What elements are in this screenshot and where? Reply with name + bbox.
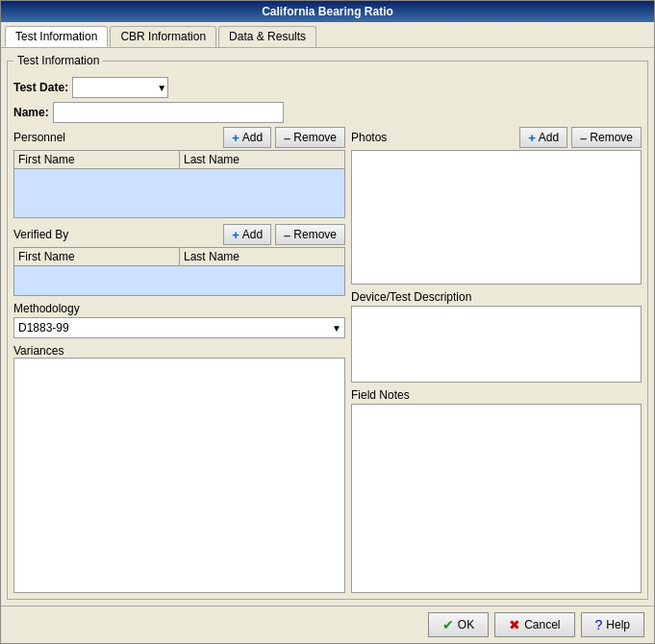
group-legend: Test Information: [13, 54, 103, 67]
personnel-remove-label: Remove: [293, 131, 337, 144]
photos-label: Photos: [351, 131, 387, 144]
verified-col-lastname: Last Name: [180, 248, 344, 265]
cancel-button[interactable]: ✖ Cancel: [494, 612, 574, 637]
help-icon: ?: [595, 617, 603, 632]
variances-textarea[interactable]: [13, 358, 345, 593]
personnel-buttons: + Add – Remove: [223, 127, 345, 148]
personnel-table: First Name Last Name: [13, 150, 345, 218]
verified-by-table-body[interactable]: [14, 266, 344, 295]
personnel-add-button[interactable]: + Add: [223, 127, 271, 148]
verified-add-icon: +: [232, 228, 239, 242]
verified-by-section: Verified By + Add – Remove: [13, 224, 345, 296]
tabs-bar: Test Information CBR Information Data & …: [1, 22, 654, 48]
name-label: Name:: [13, 106, 49, 119]
photos-buttons: + Add – Remove: [519, 127, 642, 148]
name-input[interactable]: CBR1: [53, 102, 284, 123]
photos-add-label: Add: [539, 131, 559, 144]
methodology-dropdown-wrap: D1883-99 D1883-16 Other ▼: [13, 317, 345, 338]
personnel-label: Personnel: [13, 131, 65, 144]
verified-by-add-button[interactable]: + Add: [223, 224, 271, 245]
personnel-table-body[interactable]: [14, 169, 344, 217]
test-date-row: Test Date: 4/ 4/2018 ▼: [13, 77, 642, 98]
photos-add-icon: +: [528, 131, 536, 145]
verified-by-label: Verified By: [13, 228, 68, 241]
verified-by-table: First Name Last Name: [13, 247, 345, 296]
cancel-icon: ✖: [509, 617, 520, 632]
personnel-col-lastname: Last Name: [180, 151, 344, 168]
photos-box: [351, 150, 642, 285]
personnel-remove-icon: –: [284, 131, 290, 145]
variances-label: Variances: [13, 344, 345, 358]
field-notes-label: Field Notes: [351, 388, 642, 402]
cancel-label: Cancel: [524, 618, 560, 632]
bottom-bar: ✔ OK ✖ Cancel ? Help: [1, 606, 654, 643]
tab-data-results[interactable]: Data & Results: [218, 26, 316, 47]
tab-cbr-information[interactable]: CBR Information: [110, 26, 216, 47]
help-label: Help: [606, 618, 630, 632]
test-date-label: Test Date:: [13, 81, 68, 94]
personnel-remove-button[interactable]: – Remove: [275, 127, 345, 148]
right-column: Photos + Add – Remove: [351, 127, 642, 593]
left-column: Personnel + Add – Remove: [13, 127, 345, 593]
verified-add-label: Add: [242, 228, 263, 241]
personnel-add-label: Add: [242, 131, 263, 144]
tab-test-information[interactable]: Test Information: [5, 26, 108, 47]
photos-remove-label: Remove: [590, 131, 633, 144]
field-notes-box: [351, 404, 642, 593]
ok-icon: ✔: [442, 617, 454, 632]
verified-by-buttons: + Add – Remove: [223, 224, 345, 245]
window-title: California Bearing Ratio: [262, 5, 393, 18]
personnel-add-icon: +: [232, 131, 239, 145]
verified-remove-icon: –: [284, 228, 290, 242]
device-label: Device/Test Description: [351, 290, 642, 304]
photos-section: Photos + Add – Remove: [351, 127, 642, 285]
main-window: California Bearing Ratio Test Informatio…: [0, 0, 655, 644]
methodology-section: Methodology D1883-99 D1883-16 Other ▼: [13, 302, 345, 338]
verified-by-table-header: First Name Last Name: [14, 248, 344, 266]
main-content: Test Information Test Date: 4/ 4/2018 ▼ …: [1, 48, 654, 606]
variances-section: Variances: [13, 344, 345, 593]
test-date-input[interactable]: 4/ 4/2018: [72, 77, 168, 98]
test-information-group: Test Information Test Date: 4/ 4/2018 ▼ …: [7, 54, 648, 600]
name-row: Name: CBR1: [13, 102, 642, 123]
device-section: Device/Test Description: [351, 290, 642, 383]
columns-area: Personnel + Add – Remove: [13, 127, 642, 593]
verified-by-remove-button[interactable]: – Remove: [275, 224, 345, 245]
verified-col-firstname: First Name: [14, 248, 180, 265]
device-box: [351, 306, 642, 383]
personnel-header: Personnel + Add – Remove: [13, 127, 345, 148]
test-date-wrapper: 4/ 4/2018 ▼: [72, 77, 168, 98]
ok-label: OK: [458, 618, 474, 632]
personnel-col-firstname: First Name: [14, 151, 180, 168]
title-bar: California Bearing Ratio: [1, 1, 654, 22]
methodology-select[interactable]: D1883-99 D1883-16 Other: [13, 317, 345, 338]
verified-by-header: Verified By + Add – Remove: [13, 224, 345, 245]
ok-button[interactable]: ✔ OK: [428, 612, 489, 637]
personnel-table-header: First Name Last Name: [14, 151, 344, 169]
photos-remove-icon: –: [580, 131, 587, 145]
methodology-label: Methodology: [13, 302, 345, 315]
help-button[interactable]: ? Help: [581, 612, 644, 637]
personnel-section: Personnel + Add – Remove: [13, 127, 345, 218]
verified-remove-label: Remove: [293, 228, 337, 241]
photos-add-button[interactable]: + Add: [519, 127, 567, 148]
photos-header: Photos + Add – Remove: [351, 127, 642, 148]
photos-remove-button[interactable]: – Remove: [571, 127, 642, 148]
field-notes-section: Field Notes: [351, 388, 642, 593]
